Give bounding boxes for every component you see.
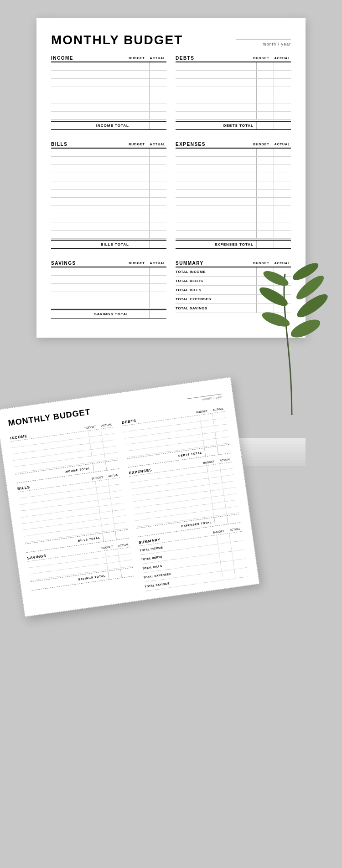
bills-row-8 bbox=[51, 206, 166, 214]
debts-col-labels: BUDGET ACTUAL bbox=[253, 56, 291, 60]
second-expenses-section: EXPENSES BUDGET ACTUAL E bbox=[129, 457, 240, 537]
second-summary-budget-label: BUDGET bbox=[212, 529, 225, 534]
bills-row-1 bbox=[51, 149, 166, 157]
second-savings-actual-label: ACTUAL bbox=[117, 543, 130, 547]
debts-budget-label: BUDGET bbox=[253, 56, 270, 60]
bills-actual-label: ACTUAL bbox=[149, 143, 166, 146]
savings-row-3 bbox=[51, 284, 166, 292]
expenses-actual-label: ACTUAL bbox=[274, 143, 291, 146]
debts-row-2 bbox=[176, 71, 291, 79]
savings-row-1 bbox=[51, 267, 166, 276]
bills-section: BILLS BUDGET ACTUAL bbox=[51, 142, 166, 255]
second-expenses-budget-label: BUDGET bbox=[202, 460, 216, 464]
summary-total-debts-label: TOTAL DEBTS bbox=[176, 279, 256, 283]
summary-total-income-label: TOTAL INCOME bbox=[176, 270, 256, 274]
second-income-budget-label: BUDGET bbox=[84, 425, 97, 430]
summary-total-bills-label: TOTAL BILLS bbox=[176, 288, 256, 292]
middle-columns: BILLS BUDGET ACTUAL bbox=[51, 142, 291, 255]
bills-total-label: BILLS TOTAL bbox=[51, 242, 132, 247]
bills-total-row: BILLS TOTAL bbox=[51, 240, 166, 249]
debts-actual-label: ACTUAL bbox=[274, 56, 291, 60]
bills-row-2 bbox=[51, 157, 166, 165]
expenses-total-label: EXPENSES TOTAL bbox=[176, 242, 256, 247]
summary-label: SUMMARY bbox=[176, 261, 204, 266]
expenses-row-11 bbox=[176, 231, 291, 239]
summary-total-expenses-label: TOTAL EXPENSES bbox=[176, 297, 256, 301]
summary-total-savings-label: TOTAL SAVINGS bbox=[176, 306, 256, 310]
savings-label: SAVINGS bbox=[51, 261, 76, 266]
savings-row-5 bbox=[51, 300, 166, 308]
income-row-3 bbox=[51, 79, 166, 87]
svg-point-5 bbox=[257, 284, 290, 309]
income-header: INCOME BUDGET ACTUAL bbox=[51, 56, 166, 62]
bills-row-7 bbox=[51, 198, 166, 206]
income-row-1 bbox=[51, 62, 166, 71]
second-budget-sheet: MONTHLY BUDGET month / year INCOME BUDGE… bbox=[0, 377, 259, 617]
income-row-2 bbox=[51, 71, 166, 79]
second-expenses-actual-label: ACTUAL bbox=[218, 457, 232, 462]
bills-row-11 bbox=[51, 231, 166, 239]
second-debts-label: DEBTS bbox=[122, 419, 137, 425]
second-income-section: INCOME BUDGET ACTUAL INCOME TOTAL bbox=[10, 422, 119, 483]
debts-section: DEBTS BUDGET ACTUAL DEBTS TOTAL bbox=[176, 56, 291, 136]
sheet-header: MONTHLY BUDGET month / year bbox=[51, 33, 291, 47]
income-row-6 bbox=[51, 103, 166, 112]
income-row-7 bbox=[51, 112, 166, 120]
bills-col-labels: BUDGET ACTUAL bbox=[128, 143, 166, 146]
expenses-row-6 bbox=[176, 190, 291, 198]
debts-row-7 bbox=[176, 112, 291, 120]
svg-point-6 bbox=[261, 268, 290, 288]
month-year-label: month / year bbox=[263, 41, 291, 47]
expenses-row-10 bbox=[176, 222, 291, 231]
svg-point-0 bbox=[288, 316, 322, 341]
debts-row-3 bbox=[176, 79, 291, 87]
income-row-5 bbox=[51, 95, 166, 103]
expenses-row-5 bbox=[176, 181, 291, 190]
top-columns: INCOME BUDGET ACTUAL INC bbox=[51, 56, 291, 136]
savings-header: SAVINGS BUDGET ACTUAL bbox=[51, 261, 166, 267]
savings-col-labels: BUDGET ACTUAL bbox=[128, 262, 166, 265]
second-summary-actual-label: ACTUAL bbox=[228, 527, 242, 532]
savings-row-2 bbox=[51, 276, 166, 284]
second-bills-section: BILLS BUDGET ACTUAL BILL bbox=[17, 473, 129, 553]
expenses-label: EXPENSES bbox=[176, 142, 206, 147]
debts-section-inner: DEBTS BUDGET ACTUAL DEBTS TOTAL bbox=[176, 56, 291, 130]
second-bills-actual-label: ACTUAL bbox=[107, 473, 120, 478]
savings-actual-label: ACTUAL bbox=[149, 262, 166, 265]
expenses-row-4 bbox=[176, 173, 291, 181]
expenses-row-3 bbox=[176, 165, 291, 173]
expenses-row-1 bbox=[176, 149, 291, 157]
savings-section-inner: SAVINGS BUDGET ACTUAL SAVINGS TOTAL bbox=[51, 261, 166, 318]
income-row-4 bbox=[51, 87, 166, 95]
income-total-row: INCOME TOTAL bbox=[51, 121, 166, 130]
second-sheet-title: MONTHLY BUDGET bbox=[8, 407, 91, 428]
savings-section: SAVINGS BUDGET ACTUAL SAVINGS TOTAL bbox=[51, 261, 166, 325]
bills-row-5 bbox=[51, 181, 166, 190]
expenses-section: EXPENSES BUDGET ACTUAL bbox=[176, 142, 291, 255]
debts-label: DEBTS bbox=[176, 56, 194, 61]
second-income-actual-label: ACTUAL bbox=[100, 423, 113, 427]
savings-total-row: SAVINGS TOTAL bbox=[51, 309, 166, 318]
expenses-section-inner: EXPENSES BUDGET ACTUAL bbox=[176, 142, 291, 249]
debts-row-4 bbox=[176, 87, 291, 95]
expenses-header: EXPENSES BUDGET ACTUAL bbox=[176, 142, 291, 149]
second-bills-label: BILLS bbox=[17, 485, 31, 491]
income-section: INCOME BUDGET ACTUAL INC bbox=[51, 56, 166, 136]
expenses-row-7 bbox=[176, 198, 291, 206]
savings-row-4 bbox=[51, 292, 166, 300]
income-section-inner: INCOME BUDGET ACTUAL INC bbox=[51, 56, 166, 130]
bills-header: BILLS BUDGET ACTUAL bbox=[51, 142, 166, 149]
bills-label: BILLS bbox=[51, 142, 67, 147]
savings-total-label: SAVINGS TOTAL bbox=[51, 312, 132, 316]
debts-total-row: DEBTS TOTAL bbox=[176, 121, 291, 130]
savings-budget-label: BUDGET bbox=[128, 262, 145, 265]
second-summary-section: SUMMARY BUDGET ACTUAL TOTAL INCOME TOTAL… bbox=[139, 526, 248, 591]
second-debts-budget-label: BUDGET bbox=[195, 409, 208, 414]
bills-row-3 bbox=[51, 165, 166, 173]
bills-row-10 bbox=[51, 222, 166, 231]
expenses-budget-label: BUDGET bbox=[253, 143, 270, 146]
plant-decoration bbox=[246, 247, 337, 421]
expenses-row-2 bbox=[176, 157, 291, 165]
income-col-labels: BUDGET ACTUAL bbox=[128, 56, 166, 60]
bills-row-9 bbox=[51, 214, 166, 222]
